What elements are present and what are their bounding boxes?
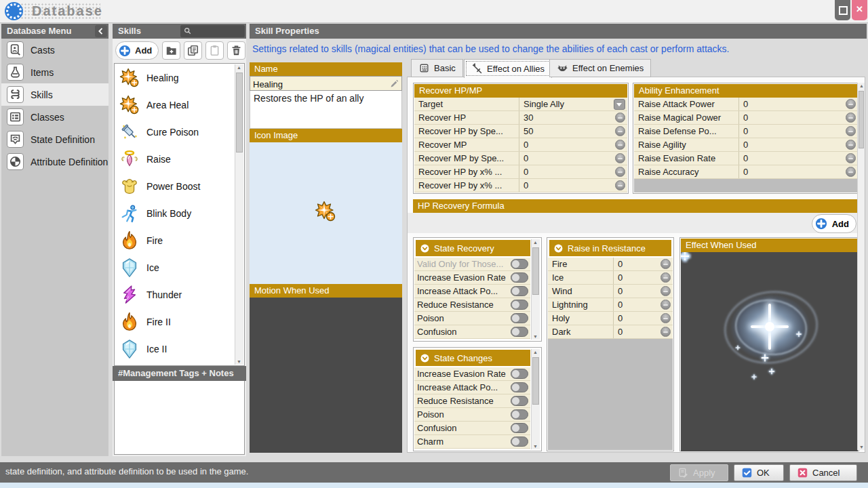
sidebar-item-state-definition[interactable]: State Definition (1, 128, 108, 150)
spinner-icon[interactable] (660, 272, 671, 283)
collapse-sidebar-button[interactable] (95, 25, 107, 37)
skill-list-item[interactable]: Power Boost (115, 173, 235, 200)
state-recovery-header[interactable]: State Recovery (416, 240, 530, 256)
toolbar-button-add-folder[interactable] (162, 41, 180, 60)
spinner-icon[interactable] (660, 313, 671, 323)
icon-image-preview[interactable] (250, 142, 402, 284)
scrollbar-thumb[interactable] (236, 73, 243, 152)
tab-basic[interactable]: Basic (411, 59, 463, 77)
property-value[interactable]: 0 (519, 153, 615, 163)
spinner-icon[interactable] (615, 113, 625, 123)
spinner-icon[interactable] (615, 167, 625, 177)
state-changes-scrollbar[interactable] (531, 349, 540, 449)
skill-list-item[interactable]: Blink Body (115, 200, 235, 227)
spinner-icon[interactable] (846, 113, 856, 123)
spinner-icon[interactable] (660, 286, 671, 296)
skills-search-box[interactable] (180, 25, 245, 37)
skill-list-item[interactable]: Raise (115, 146, 235, 173)
toggle-switch[interactable] (511, 259, 528, 269)
motion-preview[interactable] (250, 298, 402, 453)
property-value[interactable]: 0 (739, 140, 846, 150)
skill-list-item[interactable]: Fire II (115, 308, 235, 336)
toggle-switch[interactable] (511, 300, 528, 310)
add-formula-button[interactable]: Add (812, 214, 856, 233)
notes-area[interactable] (114, 381, 245, 455)
add-skill-button[interactable]: Add (115, 41, 159, 60)
skill-list-item[interactable]: Healing (115, 64, 235, 92)
skill-list-item[interactable]: Ice II (115, 336, 235, 363)
dropdown-icon[interactable] (614, 99, 625, 110)
toolbar-button-delete[interactable] (227, 41, 245, 60)
apply-button[interactable]: Apply (670, 464, 728, 481)
property-value[interactable]: 0 (614, 272, 660, 283)
close-button[interactable] (852, 0, 867, 20)
property-value[interactable]: 0 (614, 327, 660, 337)
sidebar-item-casts[interactable]: Casts (1, 39, 108, 61)
spinner-icon[interactable] (660, 300, 671, 310)
property-value[interactable]: 50 (519, 126, 615, 136)
toggle-switch[interactable] (511, 423, 528, 433)
tab-content-scrollbar[interactable] (857, 83, 865, 450)
property-value[interactable]: 0 (519, 180, 615, 190)
property-value[interactable]: 0 (519, 140, 615, 150)
toggle-switch[interactable] (511, 409, 528, 420)
spinner-icon[interactable] (615, 153, 625, 163)
spinner-icon[interactable] (846, 126, 856, 136)
property-value[interactable]: 30 (519, 113, 615, 123)
spinner-icon[interactable] (846, 99, 856, 109)
property-value[interactable]: 0 (739, 126, 846, 136)
scrollbar-thumb[interactable] (532, 357, 539, 405)
spinner-icon[interactable] (615, 180, 625, 190)
raise-in-resistance-header[interactable]: Raise in Resistance (549, 240, 671, 256)
toggle-switch[interactable] (511, 286, 528, 296)
property-value[interactable]: 0 (614, 300, 660, 310)
spinner-icon[interactable] (846, 153, 856, 163)
state-changes-header[interactable]: State Changes (416, 350, 530, 366)
property-value[interactable]: 0 (739, 99, 846, 109)
skill-list-item[interactable]: Fire (115, 227, 235, 254)
toggle-switch[interactable] (511, 327, 528, 337)
skill-description-box[interactable]: Restores the HP of an ally (250, 91, 402, 129)
sidebar-item-classes[interactable]: Classes (1, 106, 108, 128)
skill-name-input[interactable] (252, 77, 387, 91)
property-value[interactable]: 0 (614, 286, 660, 296)
property-value[interactable]: 0 (519, 167, 615, 177)
tab-effect-on-enemies[interactable]: Effect on Enemies (549, 59, 651, 77)
state-recovery-scrollbar[interactable] (531, 239, 540, 340)
scrollbar-thumb[interactable] (532, 247, 539, 295)
skill-list-item[interactable]: Thunder (115, 281, 235, 308)
spinner-icon[interactable] (846, 140, 856, 150)
ok-button[interactable]: OK (734, 464, 784, 481)
toggle-switch[interactable] (511, 272, 528, 283)
toggle-switch[interactable] (511, 396, 528, 406)
skill-list-scrollbar[interactable] (235, 64, 243, 365)
property-value[interactable]: Single Ally (519, 99, 614, 109)
toggle-switch[interactable] (511, 436, 528, 447)
cancel-button[interactable]: Cancel (789, 464, 857, 481)
skill-list-item[interactable]: Area Heal (115, 92, 235, 119)
property-value[interactable]: 0 (739, 113, 846, 123)
skills-search-input[interactable] (194, 25, 243, 39)
property-value[interactable]: 0 (614, 313, 660, 323)
spinner-icon[interactable] (846, 167, 856, 177)
spinner-icon[interactable] (615, 140, 625, 150)
spinner-icon[interactable] (615, 126, 625, 136)
property-value[interactable]: 0 (739, 153, 846, 163)
tab-effect-on-allies[interactable]: Effect on Allies (464, 59, 552, 78)
effect-preview[interactable] (681, 252, 858, 451)
toggle-switch[interactable] (511, 313, 528, 323)
toggle-switch[interactable] (511, 382, 528, 392)
skill-list-item[interactable]: Cure Poison (115, 119, 235, 146)
toolbar-button-duplicate[interactable] (184, 41, 202, 60)
pencil-icon[interactable] (389, 79, 399, 89)
scrollbar-thumb[interactable] (859, 91, 864, 148)
spinner-icon[interactable] (660, 259, 671, 269)
toggle-switch[interactable] (511, 369, 528, 379)
sidebar-item-attribute-definition[interactable]: Attribute Definition (1, 150, 108, 173)
maximize-button[interactable] (835, 0, 850, 20)
sidebar-item-items[interactable]: Items (1, 61, 108, 83)
property-value[interactable]: 0 (739, 167, 846, 177)
skill-list-item[interactable]: Ice (115, 254, 235, 281)
property-value[interactable]: 0 (614, 259, 660, 269)
sidebar-item-skills[interactable]: Skills (1, 83, 108, 106)
